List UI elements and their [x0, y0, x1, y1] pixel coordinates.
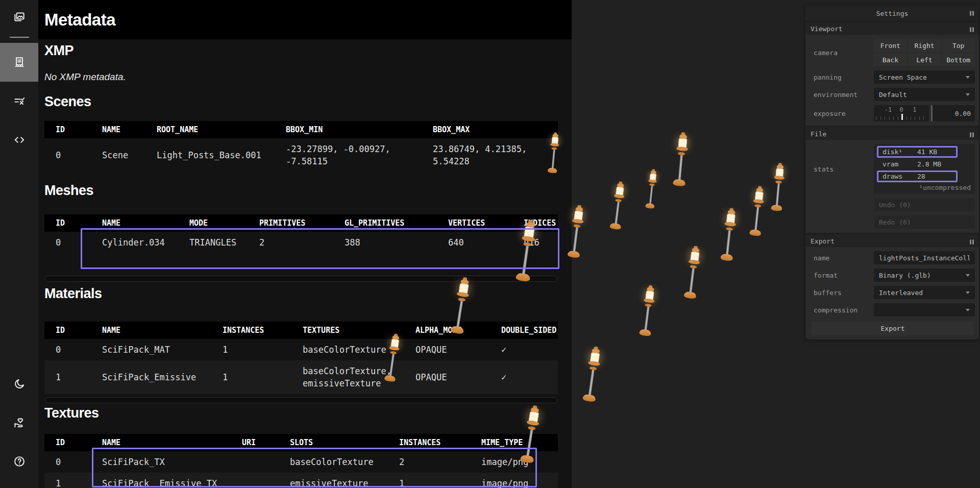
settings-title: Settings [876, 10, 909, 17]
table-cell: Scene [100, 138, 155, 172]
file-folder-title: File [811, 130, 826, 138]
export-buffers-value: Interleaved [879, 289, 923, 297]
collapse-icon[interactable] [970, 132, 974, 137]
sidebar-item-validation[interactable] [0, 82, 38, 120]
camera-right-button[interactable]: Right [908, 39, 941, 52]
slider-cursor[interactable] [901, 114, 903, 120]
redo-button[interactable]: Redo (0) [874, 215, 975, 229]
table-cell: baseColorTexture, emissiveTexture [301, 360, 413, 394]
undo-button[interactable]: Undo (0) [874, 198, 975, 211]
table-cell: 1 [220, 339, 301, 360]
scenes-table: IDNAMEROOT_NAMEBBOX_MINBBOX_MAX0SceneLig… [44, 121, 558, 172]
chevron-down-icon [966, 309, 970, 311]
gallery-icon [13, 10, 26, 23]
environment-select[interactable]: Default [874, 88, 975, 101]
export-format-value: Binary (.glb) [879, 272, 931, 279]
stat-vram: vram 2.8 MB [877, 158, 958, 170]
stats-label: stats [814, 165, 874, 173]
column-header: BBOX_MAX [431, 121, 558, 138]
redo-row: Redo (0) [805, 213, 979, 233]
panning-select[interactable]: Screen Space [874, 70, 975, 84]
panning-label: panning [814, 74, 874, 81]
stats-row: stats disk¹ 41 KB vram 2.8 MB draws 28 ¹… [805, 140, 979, 196]
settings-title-bar[interactable]: Settings [805, 6, 979, 20]
table-cell: SciFiPack_Emissive [100, 360, 220, 394]
sidebar-item-theme[interactable] [0, 364, 38, 403]
export-folder-title: Export [811, 237, 835, 245]
sidebar-item-donate[interactable] [0, 403, 38, 442]
exposure-row: exposure -1 0 1 0.00 [805, 103, 979, 126]
column-header: INSTANCES [220, 322, 301, 339]
materials-table-scrollbar[interactable] [45, 397, 557, 403]
panning-row: panning Screen Space [805, 68, 979, 86]
exposure-ring-slider[interactable]: -1 0 1 [874, 105, 929, 121]
file-folder-bar[interactable]: File [805, 126, 979, 140]
report-header: Metadata [38, 0, 572, 39]
export-buffers-select[interactable]: Interleaved [874, 286, 975, 299]
meshes-table-scrollbar[interactable] [45, 276, 557, 282]
export-buffers-row: buffers Interleaved [805, 284, 979, 301]
textures-heading: Textures [44, 405, 99, 421]
column-header: ID [44, 322, 100, 339]
table-cell: 0 [44, 339, 100, 360]
table-cell: OPAQUE [413, 360, 499, 394]
collapse-icon[interactable] [970, 27, 974, 32]
chevron-down-icon [966, 274, 970, 277]
chevron-down-icon [966, 291, 970, 294]
exposure-label: exposure [814, 110, 874, 117]
export-button[interactable]: Export [812, 322, 974, 335]
meshes-row-highlight [81, 228, 559, 269]
export-name-input[interactable] [874, 251, 975, 264]
table-cell: ✓ [499, 339, 558, 360]
table-cell: ✓ [499, 360, 558, 394]
table-cell: 0 [44, 138, 100, 172]
code-icon [13, 133, 26, 147]
stat-draws: draws 28 [877, 170, 958, 182]
textures-rows-highlight [92, 448, 537, 487]
camera-top-button[interactable]: Top [942, 39, 975, 52]
export-compression-row: compression [805, 301, 979, 319]
settings-panel: Settings Viewport camera Front Right Top… [805, 6, 979, 339]
export-format-select[interactable]: Binary (.glb) [874, 269, 975, 282]
table-cell: Light_Posts_Base.001 [155, 138, 284, 172]
collapse-icon[interactable] [970, 11, 974, 16]
stat-disk: disk¹ 41 KB [877, 146, 958, 158]
chevron-down-icon [966, 76, 970, 79]
chevron-down-icon [966, 93, 970, 96]
table-row: 0SciFiPack_MAT1baseColorTextureOPAQUE✓ [44, 339, 558, 360]
table-cell: 1 [220, 360, 301, 394]
camera-bottom-button[interactable]: Bottom [942, 53, 975, 66]
xmp-heading: XMP [44, 43, 74, 59]
column-header: TEXTURES [301, 322, 413, 339]
collapse-icon[interactable] [970, 239, 974, 245]
undo-row: Undo (0) [805, 196, 979, 213]
table-cell: OPAQUE [413, 339, 499, 360]
export-folder-bar[interactable]: Export [805, 233, 979, 247]
column-header: ROOT_NAME [155, 121, 284, 138]
sidebar-item-code[interactable] [0, 120, 38, 159]
camera-front-button[interactable]: Front [874, 39, 907, 52]
xmp-empty-text: No XMP metadata. [44, 71, 126, 83]
environment-row: environment Default [805, 86, 979, 103]
panning-value: Screen Space [879, 74, 927, 81]
sidebar-item-report[interactable] [0, 43, 38, 82]
sidebar-item-help[interactable] [0, 442, 38, 481]
column-header: ALPHA_MODE [413, 322, 499, 339]
table-cell: 23.86749, 4.21385, 5.54228 [431, 138, 558, 172]
materials-table: IDNAMEINSTANCESTEXTURESALPHA_MODEDOUBLE_… [44, 322, 558, 394]
export-name-row: name [805, 247, 979, 266]
export-name-label: name [814, 254, 874, 262]
export-compression-select[interactable] [874, 303, 975, 316]
materials-heading: Materials [44, 286, 102, 302]
camera-back-button[interactable]: Back [874, 53, 907, 66]
environment-value: Default [879, 91, 907, 99]
camera-left-button[interactable]: Left [908, 53, 941, 66]
viewport-folder-bar[interactable]: Viewport [805, 20, 979, 35]
theme-icon [13, 377, 26, 391]
column-header: NAME [100, 322, 220, 339]
exposure-value-field[interactable]: 0.00 [931, 105, 975, 121]
sidebar-item-gallery[interactable] [0, 0, 38, 34]
column-header: NAME [100, 121, 155, 138]
table-cell: baseColorTexture [301, 339, 413, 360]
environment-label: environment [814, 91, 874, 99]
